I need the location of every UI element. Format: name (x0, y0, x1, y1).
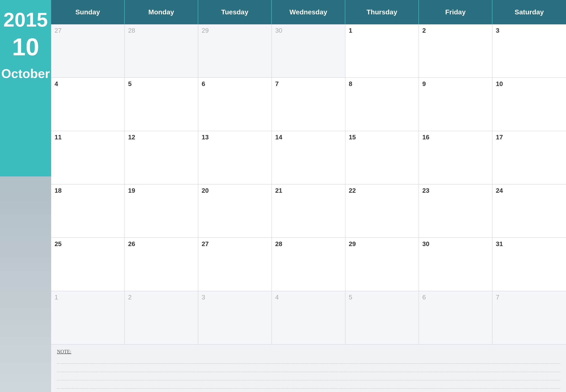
note-line[interactable] (57, 373, 560, 380)
day-number: 20 (202, 187, 209, 194)
day-number: 10 (496, 80, 503, 87)
day-number: 31 (496, 240, 503, 248)
day-cell: 21 (272, 184, 345, 238)
day-cell: 19 (125, 184, 198, 238)
calendar-grid: Sunday Monday Tuesday Wednesday Thursday… (51, 0, 566, 344)
day-cell: 6 (419, 291, 492, 344)
day-cell: 29 (345, 238, 419, 291)
week-row: 27 28 29 30 1 2 3 (51, 24, 566, 78)
note-line[interactable] (57, 381, 560, 389)
day-cell: 28 (272, 238, 345, 291)
day-cell: 1 (51, 291, 125, 344)
calendar-section: Sunday Monday Tuesday Wednesday Thursday… (51, 0, 566, 392)
day-number: 28 (275, 240, 282, 248)
day-number: 28 (128, 27, 135, 34)
day-number: 22 (349, 187, 356, 194)
week-row: 1 2 3 4 5 6 7 (51, 291, 566, 344)
note-line[interactable] (57, 356, 560, 364)
note-line[interactable] (57, 365, 560, 372)
day-number: 21 (275, 187, 282, 194)
year-label: 2015 (3, 10, 48, 30)
day-number: 26 (128, 240, 135, 248)
day-number: 29 (349, 240, 356, 248)
week-row: 4 5 6 7 8 9 10 (51, 78, 566, 131)
day-cell: 29 (198, 24, 272, 77)
day-number: 3 (202, 294, 205, 301)
day-cell: 24 (492, 184, 566, 238)
day-number: 5 (349, 294, 352, 301)
day-cell: 27 (198, 238, 272, 291)
sidebar: 2015 10 October (0, 0, 51, 392)
day-number: 1 (55, 294, 58, 301)
day-headers: Sunday Monday Tuesday Wednesday Thursday… (51, 0, 566, 24)
week-row: 18 19 20 21 22 23 24 (51, 184, 566, 238)
header-wednesday: Wednesday (272, 0, 345, 24)
day-number: 8 (349, 80, 352, 87)
day-cell: 4 (272, 291, 345, 344)
day-cell: 3 (198, 291, 272, 344)
day-cell: 23 (419, 184, 492, 238)
day-cell: 8 (345, 78, 419, 131)
day-number: 2 (422, 27, 426, 34)
month-name-label: October (1, 66, 50, 81)
day-number: 9 (422, 80, 426, 87)
weeks-container: 27 28 29 30 1 2 3 4 5 6 7 8 9 10 11 12 (51, 24, 566, 344)
day-number: 19 (128, 187, 135, 194)
day-number: 14 (275, 134, 282, 141)
day-cell: 2 (125, 291, 198, 344)
day-cell: 30 (419, 238, 492, 291)
day-number: 17 (496, 134, 503, 141)
day-cell: 30 (272, 24, 345, 77)
day-number: 30 (275, 27, 282, 34)
day-number: 6 (202, 80, 205, 87)
day-number: 6 (422, 294, 426, 301)
month-number-label: 10 (12, 35, 39, 59)
day-cell: 27 (51, 24, 125, 77)
day-cell: 9 (419, 78, 492, 131)
day-cell: 5 (125, 78, 198, 131)
week-row: 11 12 13 14 15 16 17 (51, 131, 566, 184)
day-number: 15 (349, 134, 356, 141)
day-cell: 2 (419, 24, 492, 77)
day-cell: 22 (345, 184, 419, 238)
day-cell: 3 (492, 24, 566, 77)
day-number: 30 (422, 240, 429, 248)
day-number: 3 (496, 27, 499, 34)
day-cell: 12 (125, 131, 198, 184)
day-cell: 7 (272, 78, 345, 131)
day-number: 5 (128, 80, 132, 87)
day-cell: 1 (345, 24, 419, 77)
header-friday: Friday (419, 0, 492, 24)
day-cell: 6 (198, 78, 272, 131)
day-number: 27 (55, 27, 62, 34)
day-number: 4 (275, 294, 279, 301)
day-number: 27 (202, 240, 209, 248)
day-cell: 26 (125, 238, 198, 291)
day-cell: 10 (492, 78, 566, 131)
day-number: 4 (55, 80, 58, 87)
day-cell: 20 (198, 184, 272, 238)
day-cell: 15 (345, 131, 419, 184)
day-number: 7 (275, 80, 279, 87)
day-cell: 7 (492, 291, 566, 344)
day-cell: 14 (272, 131, 345, 184)
day-cell: 18 (51, 184, 125, 238)
day-cell: 17 (492, 131, 566, 184)
header-thursday: Thursday (345, 0, 419, 24)
day-cell: 28 (125, 24, 198, 77)
notes-section: NOTE: (51, 344, 566, 392)
day-number: 1 (349, 27, 352, 34)
day-cell: 16 (419, 131, 492, 184)
header-tuesday: Tuesday (198, 0, 272, 24)
day-number: 18 (55, 187, 62, 194)
week-row: 25 26 27 28 29 30 31 (51, 238, 566, 291)
day-number: 12 (128, 134, 135, 141)
day-number: 2 (128, 294, 132, 301)
day-cell: 25 (51, 238, 125, 291)
header-monday: Monday (125, 0, 198, 24)
day-cell: 13 (198, 131, 272, 184)
day-number: 24 (496, 187, 503, 194)
header-saturday: Saturday (492, 0, 566, 24)
day-number: 29 (202, 27, 209, 34)
day-number: 7 (496, 294, 499, 301)
